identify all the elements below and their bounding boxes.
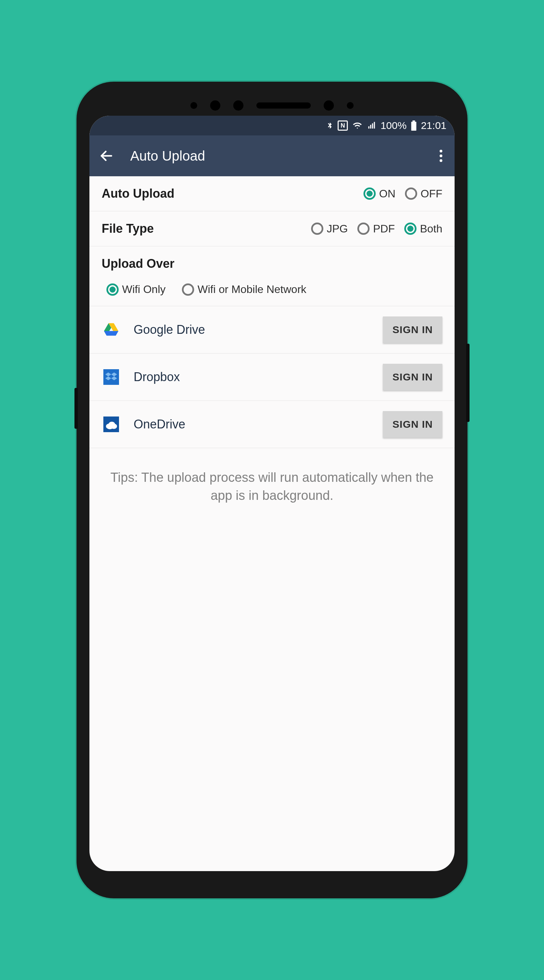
radio-wifi-only[interactable]: Wifi Only	[106, 283, 166, 296]
radio-wifi-or-mobile[interactable]: Wifi or Mobile Network	[182, 283, 306, 296]
radio-pdf[interactable]: PDF	[357, 223, 395, 235]
radio-label: OFF	[420, 188, 442, 200]
service-name: Google Drive	[133, 323, 370, 337]
content-area: Auto Upload ON OFF File Type	[89, 176, 455, 525]
service-row-onedrive: OneDrive SIGN IN	[89, 401, 455, 448]
wifi-icon	[352, 121, 363, 130]
battery-percentage: 100%	[381, 120, 407, 131]
setting-label: Upload Over	[102, 256, 442, 271]
page-title: Auto Upload	[130, 148, 420, 164]
signin-button-dropbox[interactable]: SIGN IN	[383, 364, 442, 390]
radio-off[interactable]: OFF	[405, 188, 442, 200]
app-bar: Auto Upload	[89, 135, 455, 176]
phone-power-button	[466, 344, 469, 422]
phone-speaker	[89, 95, 455, 116]
upload-over-radio-group: Wifi Only Wifi or Mobile Network	[102, 283, 442, 296]
auto-upload-radio-group: ON OFF	[363, 188, 442, 200]
radio-icon	[311, 223, 324, 235]
overflow-menu-button[interactable]	[434, 150, 448, 162]
service-name: Dropbox	[133, 370, 370, 384]
phone-screen: N 100% 21:01 Auto Upload	[89, 116, 455, 871]
setting-row-auto-upload: Auto Upload ON OFF	[89, 176, 455, 211]
svg-point-15	[108, 422, 115, 427]
radio-label: ON	[379, 188, 395, 200]
back-button[interactable]	[96, 146, 117, 166]
status-bar: N 100% 21:01	[89, 116, 455, 135]
service-name: OneDrive	[133, 417, 370, 431]
bluetooth-icon	[326, 121, 333, 130]
phone-frame: N 100% 21:01 Auto Upload	[76, 82, 468, 898]
setting-section-upload-over: Upload Over Wifi Only Wifi or Mobile Net…	[89, 247, 455, 306]
svg-rect-0	[411, 122, 416, 130]
battery-icon	[411, 121, 417, 130]
file-type-radio-group: JPG PDF Both	[311, 223, 442, 235]
radio-icon	[182, 283, 194, 296]
tips-text: Tips: The upload process will run automa…	[89, 448, 455, 525]
setting-label: File Type	[102, 221, 311, 236]
radio-icon	[357, 223, 370, 235]
radio-icon	[404, 223, 417, 235]
radio-icon	[405, 188, 417, 200]
radio-both[interactable]: Both	[404, 223, 442, 235]
service-row-google-drive: Google Drive SIGN IN	[89, 306, 455, 353]
signin-button-google-drive[interactable]: SIGN IN	[383, 317, 442, 343]
radio-on[interactable]: ON	[363, 188, 395, 200]
onedrive-icon	[102, 415, 121, 434]
phone-volume-button	[75, 388, 78, 429]
radio-label: Wifi Only	[122, 283, 166, 296]
radio-icon	[106, 283, 119, 296]
radio-label: PDF	[373, 223, 395, 235]
svg-rect-1	[412, 121, 415, 122]
dropbox-icon	[102, 368, 121, 387]
svg-rect-7	[103, 369, 119, 385]
signal-icon	[367, 121, 376, 130]
google-drive-icon	[102, 320, 121, 339]
signin-button-onedrive[interactable]: SIGN IN	[383, 411, 442, 438]
radio-jpg[interactable]: JPG	[311, 223, 348, 235]
setting-row-file-type: File Type JPG PDF Both	[89, 211, 455, 247]
nfc-icon: N	[338, 121, 348, 130]
radio-label: Both	[420, 223, 442, 235]
status-time: 21:01	[421, 120, 446, 131]
svg-marker-6	[104, 331, 118, 336]
radio-label: Wifi or Mobile Network	[198, 283, 306, 296]
radio-icon	[363, 188, 376, 200]
setting-label: Auto Upload	[102, 186, 363, 201]
service-row-dropbox: Dropbox SIGN IN	[89, 353, 455, 401]
radio-label: JPG	[327, 223, 348, 235]
